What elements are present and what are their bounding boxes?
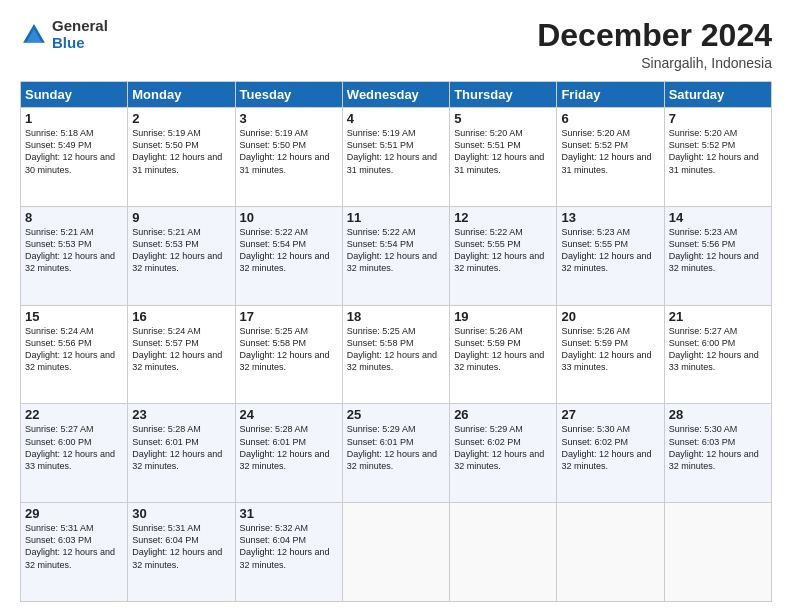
table-row: 5Sunrise: 5:20 AM Sunset: 5:51 PM Daylig… <box>450 108 557 207</box>
table-row <box>557 503 664 602</box>
table-row: 20Sunrise: 5:26 AM Sunset: 5:59 PM Dayli… <box>557 305 664 404</box>
table-row: 29Sunrise: 5:31 AM Sunset: 6:03 PM Dayli… <box>21 503 128 602</box>
location-subtitle: Sinargalih, Indonesia <box>537 55 772 71</box>
table-row: 12Sunrise: 5:22 AM Sunset: 5:55 PM Dayli… <box>450 206 557 305</box>
table-row: 3Sunrise: 5:19 AM Sunset: 5:50 PM Daylig… <box>235 108 342 207</box>
table-row: 15Sunrise: 5:24 AM Sunset: 5:56 PM Dayli… <box>21 305 128 404</box>
table-row: 28Sunrise: 5:30 AM Sunset: 6:03 PM Dayli… <box>664 404 771 503</box>
table-row: 10Sunrise: 5:22 AM Sunset: 5:54 PM Dayli… <box>235 206 342 305</box>
table-row: 13Sunrise: 5:23 AM Sunset: 5:55 PM Dayli… <box>557 206 664 305</box>
table-row: 16Sunrise: 5:24 AM Sunset: 5:57 PM Dayli… <box>128 305 235 404</box>
table-row: 23Sunrise: 5:28 AM Sunset: 6:01 PM Dayli… <box>128 404 235 503</box>
table-row: 9Sunrise: 5:21 AM Sunset: 5:53 PM Daylig… <box>128 206 235 305</box>
logo-blue-text: Blue <box>52 34 85 51</box>
month-title: December 2024 <box>537 18 772 53</box>
table-row <box>664 503 771 602</box>
col-monday: Monday <box>128 82 235 108</box>
logo-general-text: General <box>52 17 108 34</box>
table-row: 6Sunrise: 5:20 AM Sunset: 5:52 PM Daylig… <box>557 108 664 207</box>
table-row: 1Sunrise: 5:18 AM Sunset: 5:49 PM Daylig… <box>21 108 128 207</box>
logo: General Blue <box>20 18 108 51</box>
logo-icon <box>20 21 48 49</box>
table-row: 21Sunrise: 5:27 AM Sunset: 6:00 PM Dayli… <box>664 305 771 404</box>
col-tuesday: Tuesday <box>235 82 342 108</box>
table-row: 8Sunrise: 5:21 AM Sunset: 5:53 PM Daylig… <box>21 206 128 305</box>
table-row: 26Sunrise: 5:29 AM Sunset: 6:02 PM Dayli… <box>450 404 557 503</box>
table-row: 2Sunrise: 5:19 AM Sunset: 5:50 PM Daylig… <box>128 108 235 207</box>
col-wednesday: Wednesday <box>342 82 449 108</box>
col-sunday: Sunday <box>21 82 128 108</box>
table-row <box>342 503 449 602</box>
calendar-table: Sunday Monday Tuesday Wednesday Thursday… <box>20 81 772 602</box>
calendar-header-row: Sunday Monday Tuesday Wednesday Thursday… <box>21 82 772 108</box>
table-row: 25Sunrise: 5:29 AM Sunset: 6:01 PM Dayli… <box>342 404 449 503</box>
col-saturday: Saturday <box>664 82 771 108</box>
table-row: 19Sunrise: 5:26 AM Sunset: 5:59 PM Dayli… <box>450 305 557 404</box>
table-row: 11Sunrise: 5:22 AM Sunset: 5:54 PM Dayli… <box>342 206 449 305</box>
table-row: 4Sunrise: 5:19 AM Sunset: 5:51 PM Daylig… <box>342 108 449 207</box>
table-row: 18Sunrise: 5:25 AM Sunset: 5:58 PM Dayli… <box>342 305 449 404</box>
table-row: 7Sunrise: 5:20 AM Sunset: 5:52 PM Daylig… <box>664 108 771 207</box>
table-row: 22Sunrise: 5:27 AM Sunset: 6:00 PM Dayli… <box>21 404 128 503</box>
table-row <box>450 503 557 602</box>
col-thursday: Thursday <box>450 82 557 108</box>
title-block: December 2024 Sinargalih, Indonesia <box>537 18 772 71</box>
table-row: 31Sunrise: 5:32 AM Sunset: 6:04 PM Dayli… <box>235 503 342 602</box>
table-row: 14Sunrise: 5:23 AM Sunset: 5:56 PM Dayli… <box>664 206 771 305</box>
page-header: General Blue December 2024 Sinargalih, I… <box>20 18 772 71</box>
table-row: 24Sunrise: 5:28 AM Sunset: 6:01 PM Dayli… <box>235 404 342 503</box>
table-row: 27Sunrise: 5:30 AM Sunset: 6:02 PM Dayli… <box>557 404 664 503</box>
col-friday: Friday <box>557 82 664 108</box>
table-row: 30Sunrise: 5:31 AM Sunset: 6:04 PM Dayli… <box>128 503 235 602</box>
table-row: 17Sunrise: 5:25 AM Sunset: 5:58 PM Dayli… <box>235 305 342 404</box>
